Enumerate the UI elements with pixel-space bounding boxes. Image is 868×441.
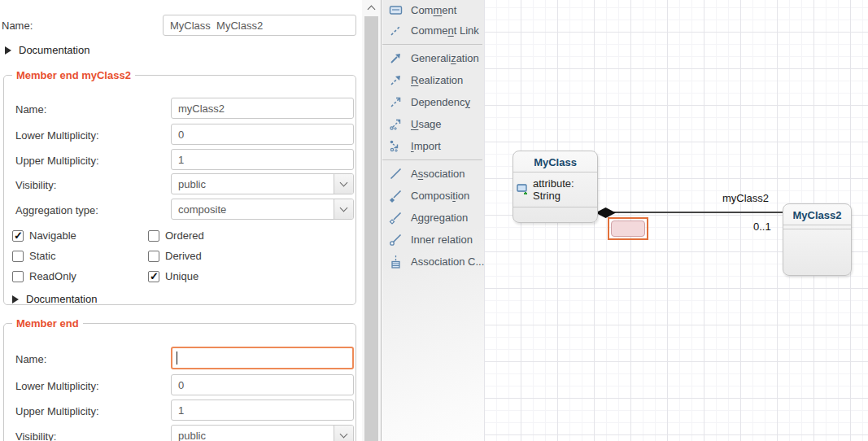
palette-item-aggregation[interactable]: Aggregation: [382, 207, 484, 229]
visibility-label: Visibility:: [15, 430, 56, 441]
upper-multiplicity-label: Upper Multiplicity:: [15, 155, 99, 167]
properties-panel: Name: Documentation Member end myClass2 …: [0, 0, 360, 441]
palette-item-comment-link[interactable]: Comment Link: [382, 20, 484, 41]
palette-item-label: Composition: [411, 190, 469, 202]
attribute-text: attribute: String: [533, 177, 594, 202]
association-label-editor[interactable]: [611, 220, 645, 237]
lower-multiplicity-label: Lower Multiplicity:: [15, 380, 99, 392]
checkbox-icon[interactable]: [12, 251, 24, 262]
member-end-group: Member end Name: Lower Multiplicity: Upp…: [3, 317, 356, 441]
palette-item-realization[interactable]: Realization: [382, 69, 484, 91]
member-end-myclass2-legend: Member end myClass2: [12, 69, 135, 81]
diagram-canvas[interactable]: MyClass attribute: String myClass2 0..1 …: [484, 0, 868, 441]
name-label: Name:: [15, 103, 46, 116]
documentation-toggle-label: Documentation: [19, 44, 89, 56]
visibility-label: Visibility:: [15, 179, 56, 191]
text-caret: [177, 351, 177, 365]
member-end-myclass2-name-input[interactable]: [171, 98, 354, 119]
scrollbar-thumb[interactable]: [364, 16, 378, 441]
palette-item-composition[interactable]: Composition: [382, 185, 484, 207]
member-end-visibility-select[interactable]: public: [171, 425, 354, 441]
checkbox-icon[interactable]: ✓: [12, 230, 24, 242]
attribute-row[interactable]: attribute: String: [513, 172, 597, 207]
selected-association-label[interactable]: [608, 217, 648, 240]
palette-item-inner-relation[interactable]: Inner relation: [382, 229, 484, 251]
dependency-icon: [389, 95, 403, 109]
member-end-myclass2-upper-multiplicity-input[interactable]: [171, 149, 354, 170]
static-checkbox[interactable]: Static: [12, 250, 56, 262]
palette-separator: [382, 159, 482, 160]
navigable-checkbox[interactable]: ✓ Navigable: [12, 229, 76, 242]
documentation-toggle[interactable]: Documentation: [5, 44, 89, 56]
palette-item-label: Aggregation: [411, 212, 468, 224]
association-multiplicity-label[interactable]: 0..1: [753, 220, 771, 233]
aggregation-type-label: Aggregation type:: [15, 204, 98, 216]
dropdown-button[interactable]: [334, 426, 353, 441]
comment-icon: [389, 3, 403, 17]
checkbox-icon[interactable]: [148, 230, 159, 242]
uml-editor: Name: Documentation Member end myClass2 …: [0, 0, 868, 441]
class-node-myclass2[interactable]: MyClass2: [783, 203, 852, 276]
derived-checkbox[interactable]: Derived: [148, 250, 202, 262]
palette-item-label: Comment Link: [411, 24, 479, 37]
dropdown-button[interactable]: [334, 199, 353, 219]
palette-item-usage[interactable]: Usage: [382, 113, 484, 135]
aggregation-selected-value: composite: [172, 203, 334, 216]
palette-item-import[interactable]: Import: [382, 135, 484, 157]
chevron-down-icon: [340, 203, 348, 212]
aggregation-icon: [389, 211, 403, 225]
association-end-name-label[interactable]: myClass2: [722, 192, 769, 204]
name-label: Name:: [15, 353, 46, 365]
checkbox-icon[interactable]: ✓: [148, 271, 159, 282]
composition-icon: [389, 189, 403, 203]
palette-item-label: Inner relation: [411, 234, 473, 246]
palette-item-label: Association C...: [411, 255, 484, 268]
palette-item-comment[interactable]: Comment: [382, 0, 484, 20]
member-end-myclass2-visibility-select[interactable]: public: [171, 173, 354, 194]
panel-scrollbar[interactable]: [362, 0, 382, 441]
palette-item-label: Realization: [411, 74, 463, 86]
association-class-icon: [389, 255, 403, 269]
class-title: MyClass2: [783, 204, 851, 225]
palette-item-label: Association: [411, 168, 465, 180]
dropdown-button[interactable]: [334, 174, 353, 194]
tool-palette: Comment Comment Link Generalization Real…: [382, 0, 484, 441]
checkbox-icon[interactable]: [12, 271, 24, 282]
palette-item-generalization[interactable]: Generalization: [382, 47, 484, 69]
member-end-myclass2-aggregation-select[interactable]: composite: [171, 199, 354, 220]
association-name-input[interactable]: [163, 15, 356, 36]
inner-relation-icon: [389, 233, 403, 247]
association-icon: [389, 167, 403, 181]
scroll-up-button[interactable]: [364, 2, 379, 15]
palette-item-label: Comment: [411, 4, 456, 16]
readonly-checkbox[interactable]: ReadOnly: [12, 270, 76, 282]
member-end-lower-multiplicity-input[interactable]: [171, 374, 354, 395]
unique-checkbox[interactable]: ✓ Unique: [148, 270, 198, 282]
palette-separator: [382, 44, 482, 45]
association-edge[interactable]: [600, 212, 783, 213]
palette-item-association[interactable]: Association: [382, 163, 484, 185]
ordered-checkbox[interactable]: Ordered: [148, 229, 204, 242]
member-end-legend: Member end: [12, 317, 83, 330]
derived-label: Derived: [165, 250, 202, 262]
expand-triangle-icon: [12, 295, 19, 303]
import-icon: [389, 139, 403, 153]
generalization-icon: [389, 51, 403, 65]
member-end-upper-multiplicity-input[interactable]: [171, 400, 354, 421]
visibility-selected-value: public: [172, 430, 334, 441]
comment-link-icon: [389, 24, 403, 37]
compartment-divider: [783, 229, 851, 229]
member-end-myclass2-lower-multiplicity-input[interactable]: [171, 124, 354, 145]
member-end-name-input[interactable]: [171, 347, 354, 369]
class-title: MyClass: [513, 151, 597, 172]
documentation-toggle[interactable]: Documentation: [12, 293, 97, 305]
visibility-selected-value: public: [172, 178, 334, 190]
class-node-myclass[interactable]: MyClass attribute: String: [513, 151, 598, 223]
palette-item-association-class[interactable]: Association C...: [382, 251, 484, 273]
chevron-down-icon: [340, 178, 348, 186]
realization-icon: [389, 73, 403, 87]
checkbox-icon[interactable]: [148, 251, 159, 262]
readonly-label: ReadOnly: [29, 270, 76, 282]
upper-multiplicity-label: Upper Multiplicity:: [15, 405, 99, 417]
palette-item-dependency[interactable]: Dependency: [382, 91, 484, 113]
